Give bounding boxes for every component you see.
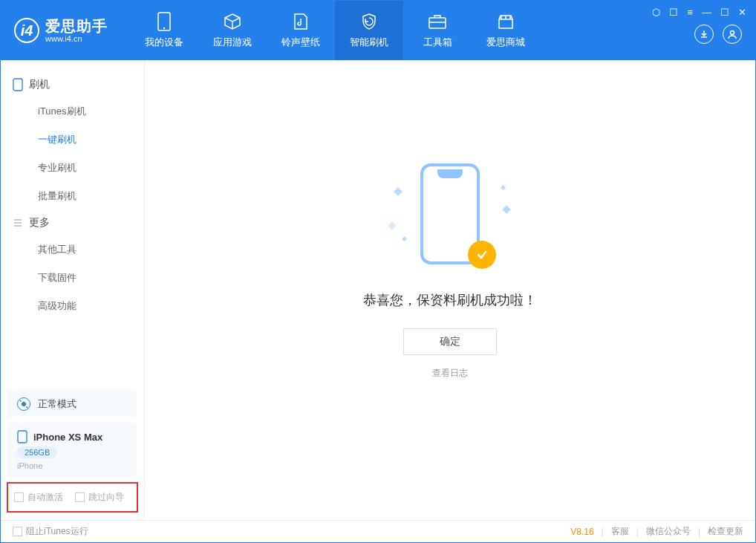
store-icon <box>496 12 515 31</box>
tshirt-icon[interactable]: ⬡ <box>652 7 660 18</box>
mode-card[interactable]: 正常模式 <box>8 390 137 418</box>
header-actions <box>694 25 742 44</box>
device-icon <box>154 12 174 31</box>
phone-icon <box>13 78 23 91</box>
tab-my-device[interactable]: 我的设备 <box>130 1 198 60</box>
download-button[interactable] <box>694 25 714 44</box>
window-controls: ⬡ ☐ ≡ — ☐ ✕ <box>652 7 746 18</box>
tab-label: 工具箱 <box>423 36 452 49</box>
tab-apps[interactable]: 应用游戏 <box>198 1 267 60</box>
device-storage: 256GB <box>17 446 57 458</box>
mode-label: 正常模式 <box>38 397 76 411</box>
main-content: 恭喜您，保资料刷机成功啦！ 确定 查看日志 <box>145 60 755 520</box>
sidebar-item-oneclick-flash[interactable]: 一键刷机 <box>1 126 144 154</box>
tab-smart-flash[interactable]: 智能刷机 <box>335 1 403 60</box>
svg-point-1 <box>163 27 165 29</box>
device-icon <box>17 430 27 443</box>
success-message: 恭喜您，保资料刷机成功啦！ <box>363 291 537 309</box>
close-button[interactable]: ✕ <box>738 7 746 18</box>
tab-ringtones[interactable]: 铃声壁纸 <box>267 1 335 60</box>
shield-icon <box>359 12 379 31</box>
menu-icon[interactable]: ≡ <box>687 7 693 18</box>
mode-icon <box>17 397 30 411</box>
sidebar-item-other-tools[interactable]: 其他工具 <box>1 235 144 264</box>
footer-bar: 阻止iTunes运行 V8.16 | 客服 | 微信公众号 | 检查更新 <box>1 520 755 542</box>
app-title: 爱思助手 <box>45 18 108 34</box>
sidebar-item-firmware[interactable]: 下载固件 <box>1 264 144 292</box>
sidebar-group-more: 更多 <box>1 210 144 235</box>
sidebar-item-advanced[interactable]: 高级功能 <box>1 292 144 320</box>
tab-store[interactable]: 爱思商城 <box>472 1 540 60</box>
checkmark-badge <box>468 241 496 269</box>
device-name: iPhone XS Max <box>33 432 102 443</box>
app-logo: i4 爱思助手 www.i4.cn <box>14 18 108 43</box>
device-card[interactable]: iPhone XS Max 256GB iPhone <box>8 423 137 478</box>
tab-label: 我的设备 <box>145 36 183 49</box>
tab-toolbox[interactable]: 工具箱 <box>403 1 472 60</box>
sidebar-item-pro-flash[interactable]: 专业刷机 <box>1 154 144 182</box>
version-label: V8.16 <box>570 527 593 537</box>
group-label: 更多 <box>29 216 50 230</box>
ok-button[interactable]: 确定 <box>403 328 497 355</box>
music-file-icon <box>291 12 310 31</box>
customer-service-link[interactable]: 客服 <box>611 525 629 538</box>
tab-label: 铃声壁纸 <box>281 36 320 49</box>
block-itunes-checkbox[interactable]: 阻止iTunes运行 <box>13 525 88 538</box>
svg-rect-4 <box>13 79 22 91</box>
user-button[interactable] <box>723 25 742 44</box>
svg-rect-5 <box>18 431 27 443</box>
success-illustration <box>383 156 517 275</box>
highlighted-checkbox-row: 自动激活 跳过向导 <box>7 482 138 513</box>
checkbox-label: 自动激活 <box>27 491 63 504</box>
svg-point-3 <box>731 31 734 35</box>
toolbox-icon <box>428 12 447 31</box>
lock-icon[interactable]: ☐ <box>669 7 678 18</box>
tab-label: 智能刷机 <box>350 36 388 49</box>
cube-icon <box>223 12 242 31</box>
list-icon <box>13 218 23 228</box>
sidebar-group-flash: 刷机 <box>1 72 144 97</box>
device-type: iPhone <box>17 461 42 470</box>
main-tabs: 我的设备 应用游戏 铃声壁纸 智能刷机 工具箱 爱思商城 <box>130 1 540 60</box>
sidebar-item-batch-flash[interactable]: 批量刷机 <box>1 182 144 210</box>
skip-wizard-checkbox[interactable]: 跳过向导 <box>75 491 124 504</box>
logo-icon: i4 <box>14 18 39 43</box>
sidebar: 刷机 iTunes刷机 一键刷机 专业刷机 批量刷机 更多 其他工具 下载固件 … <box>1 60 145 520</box>
checkbox-label: 跳过向导 <box>88 491 124 504</box>
minimize-button[interactable]: — <box>702 7 711 18</box>
sidebar-item-itunes-flash[interactable]: iTunes刷机 <box>1 97 144 126</box>
svg-rect-2 <box>429 18 446 28</box>
app-url: www.i4.cn <box>45 34 108 43</box>
check-update-link[interactable]: 检查更新 <box>708 525 743 538</box>
checkbox-label: 阻止iTunes运行 <box>26 525 88 538</box>
auto-activate-checkbox[interactable]: 自动激活 <box>14 491 63 504</box>
header-bar: i4 爱思助手 www.i4.cn 我的设备 应用游戏 铃声壁纸 智能刷机 工具… <box>1 1 755 60</box>
view-log-link[interactable]: 查看日志 <box>432 367 468 380</box>
wechat-link[interactable]: 微信公众号 <box>646 525 691 538</box>
tab-label: 应用游戏 <box>213 36 252 49</box>
group-label: 刷机 <box>29 78 50 91</box>
maximize-button[interactable]: ☐ <box>720 7 729 18</box>
tab-label: 爱思商城 <box>486 36 525 49</box>
